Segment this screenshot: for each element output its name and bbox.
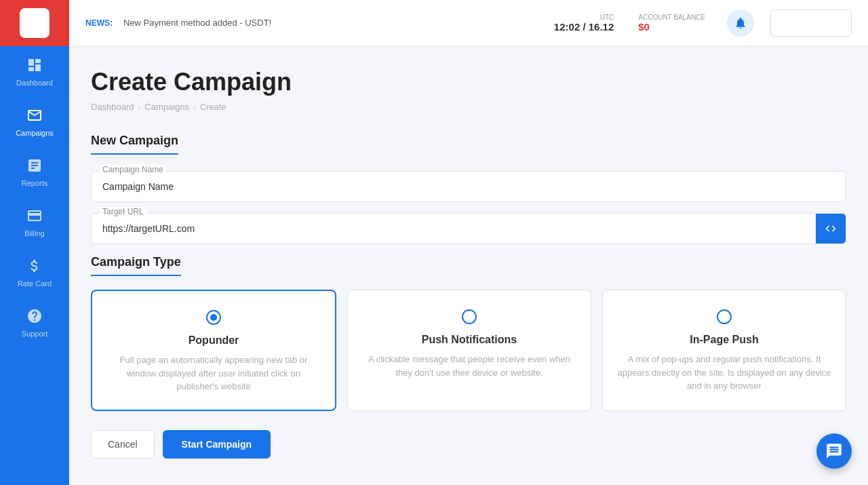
campaign-name-field: Campaign Name	[91, 171, 846, 202]
billing-icon	[25, 206, 44, 225]
rate-card-icon	[25, 256, 44, 275]
sidebar-item-rate-card[interactable]: Rate Card	[0, 247, 69, 297]
cancel-button[interactable]: Cancel	[91, 430, 155, 459]
campaign-cards: Popunder Full page an automatically appe…	[91, 290, 846, 411]
breadcrumb-campaigns[interactable]: Campaigns	[144, 102, 189, 112]
campaign-card-in-page-push[interactable]: In-Page Push A mix of pop-ups and regula…	[602, 290, 846, 411]
target-url-input[interactable]	[92, 214, 816, 244]
sidebar-item-label: Rate Card	[18, 279, 52, 288]
dashboard-icon	[25, 56, 44, 75]
card-desc-push-notifications: A clickable message that people receive …	[361, 353, 577, 379]
support-icon	[25, 307, 44, 326]
chat-icon	[825, 442, 843, 460]
sidebar-item-support[interactable]: Support	[0, 297, 69, 347]
page-title: Create Campaign	[91, 68, 846, 96]
balance-label: ACCOUNT BALANCE	[638, 14, 705, 21]
utc-label: UTC	[600, 14, 614, 21]
app-logo	[20, 8, 50, 38]
sidebar-item-reports[interactable]: Reports	[0, 147, 69, 197]
content-area: Create Campaign Dashboard › Campaigns › …	[69, 46, 868, 485]
bell-icon	[734, 16, 747, 30]
header-balance-block: ACCOUNT BALANCE $0	[638, 14, 705, 33]
main-area: NEWS: New Payment method added - USDT! U…	[69, 0, 868, 485]
campaign-card-popunder[interactable]: Popunder Full page an automatically appe…	[91, 290, 336, 411]
campaign-name-input[interactable]	[92, 172, 846, 201]
campaign-type-section: Campaign Type Popunder Full page an auto…	[91, 255, 846, 411]
campaigns-icon	[25, 106, 44, 125]
breadcrumb-dashboard[interactable]: Dashboard	[91, 102, 134, 112]
sidebar-logo	[0, 0, 69, 46]
card-name-in-page-push: In-Page Push	[690, 334, 758, 346]
target-url-field: Target URL	[91, 213, 846, 244]
start-campaign-button[interactable]: Start Campaign	[163, 430, 271, 459]
new-campaign-section: New Campaign Campaign Name Target URL	[91, 134, 846, 244]
chat-bubble[interactable]	[816, 433, 852, 469]
notification-bell[interactable]	[727, 9, 754, 37]
card-name-push-notifications: Push Notifications	[422, 334, 517, 346]
balance-value: $0	[638, 21, 650, 33]
sidebar-item-billing[interactable]: Billing	[0, 197, 69, 247]
breadcrumb-sep-2: ›	[193, 103, 196, 111]
sidebar-item-dashboard[interactable]: Dashboard	[0, 46, 69, 96]
sidebar-item-label: Billing	[24, 229, 44, 237]
breadcrumb-sep-1: ›	[138, 103, 141, 111]
footer-actions: Cancel Start Campaign	[91, 430, 846, 472]
sidebar-item-label: Dashboard	[16, 79, 53, 87]
code-icon	[825, 222, 837, 235]
card-desc-popunder: Full page an automatically appearing new…	[106, 353, 321, 393]
campaign-card-push-notifications[interactable]: Push Notifications A clickable message t…	[347, 290, 591, 411]
sidebar-item-label: Campaigns	[16, 129, 54, 137]
breadcrumb: Dashboard › Campaigns › Create	[91, 102, 846, 112]
target-url-label: Target URL	[100, 207, 146, 216]
campaign-name-label: Campaign Name	[100, 165, 166, 174]
sidebar-item-campaigns[interactable]: Campaigns	[0, 96, 69, 147]
campaign-type-title: Campaign Type	[91, 255, 181, 276]
card-desc-in-page-push: A mix of pop-ups and regular push notifi…	[616, 353, 832, 393]
news-text: New Payment method added - USDT!	[123, 18, 271, 28]
breadcrumb-current: Create	[200, 102, 226, 112]
header-action-button[interactable]	[770, 9, 852, 37]
header-time-block: UTC 12:02 / 16.12	[554, 14, 614, 33]
card-name-popunder: Popunder	[189, 334, 239, 347]
header: NEWS: New Payment method added - USDT! U…	[69, 0, 868, 46]
radio-in-page-push	[717, 309, 732, 324]
url-code-button[interactable]	[816, 214, 846, 244]
radio-push-notifications	[462, 309, 477, 324]
sidebar-item-label: Reports	[22, 179, 48, 187]
sidebar-item-label: Support	[22, 330, 48, 338]
news-badge: NEWS:	[85, 18, 113, 28]
reports-icon	[25, 156, 44, 175]
sidebar: Dashboard Campaigns Reports Billing Rate…	[0, 0, 69, 485]
section-title: New Campaign	[91, 134, 178, 155]
header-time: 12:02 / 16.12	[554, 21, 614, 33]
radio-popunder	[206, 310, 221, 325]
